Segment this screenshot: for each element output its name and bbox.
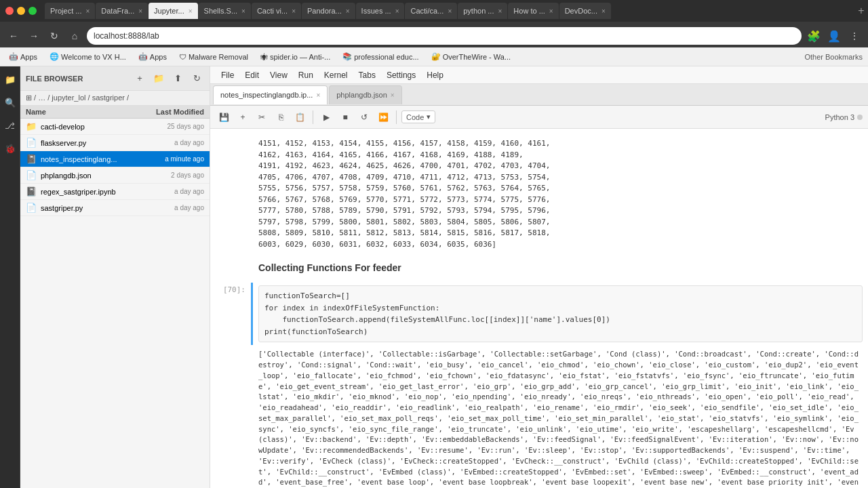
cell-70[interactable]: [70]: functionToSearch=[] for index in i… (210, 283, 868, 345)
cut-button[interactable]: ✂ (254, 109, 270, 125)
restart-kernel-button[interactable]: ↺ (356, 109, 372, 125)
profile-button[interactable]: 👤 (826, 28, 842, 44)
extensions-button[interactable]: 🧩 (806, 28, 822, 44)
file-item[interactable]: 📓notes_inspectinglang...a minute ago (20, 151, 210, 167)
bookmark-item[interactable]: 🤖Apps (135, 51, 170, 62)
menu-item-run[interactable]: Run (293, 68, 319, 82)
paste-button[interactable]: 📋 (292, 109, 308, 125)
bookmark-item[interactable]: 🌐Welcome to VX H... (46, 51, 130, 62)
new-file-button[interactable]: + (132, 71, 147, 86)
tab-close-icon[interactable]: × (346, 7, 350, 15)
menu-item-view[interactable]: View (264, 68, 293, 82)
file-panel: FILE BROWSER + 📁 ⬆ ↻ ⊞ / … / jupyter_lol… (20, 66, 210, 488)
address-bar[interactable]: localhost:8888/lab (87, 27, 802, 45)
cell-heading-gutter (210, 254, 251, 281)
menu-item-settings[interactable]: Settings (381, 68, 421, 82)
nb-tab-close-icon[interactable]: × (316, 92, 320, 99)
file-item[interactable]: 📁cacti-develop25 days ago (20, 119, 210, 135)
notebook-tab[interactable]: phplangdb.json× (329, 85, 401, 104)
run-all-button[interactable]: ⏩ (375, 109, 391, 125)
forward-button[interactable]: → (26, 28, 42, 44)
menu-item-file[interactable]: File (216, 68, 239, 82)
browser-tab-t6[interactable]: Pandora...× (302, 3, 355, 19)
debugger-icon[interactable]: 🐞 (3, 141, 18, 156)
cell-70-code[interactable]: functionToSearch=[] for index in indexOf… (258, 285, 863, 342)
cell-70-number: [70]: (223, 285, 245, 294)
settings-button[interactable]: ⋮ (846, 28, 863, 44)
file-item[interactable]: 📄sastgriper.pya day ago (20, 200, 210, 216)
nb-tab-close-icon[interactable]: × (391, 92, 395, 99)
bookmark-item[interactable]: 🤖Apps (5, 51, 41, 62)
tab-close-icon[interactable]: × (189, 7, 193, 15)
cell-output-content[interactable]: 4151, 4152, 4153, 4154, 4155, 4156, 4157… (251, 136, 868, 253)
browser-tab-t11[interactable]: DevDoc...× (559, 3, 611, 19)
bookmark-icon: 🛡 (179, 53, 186, 61)
file-icon: 📁 (26, 121, 37, 131)
file-list: 📁cacti-develop25 days ago📄flaskserver.py… (20, 119, 210, 488)
cell-70-content[interactable]: functionToSearch=[] for index in indexOf… (251, 283, 868, 345)
bookmark-item[interactable]: 🕷spider.io — Anti-... (257, 52, 334, 62)
tab-close-icon[interactable]: × (395, 7, 399, 15)
cell-70-output: ['Collectable (interface)', 'Collectable… (210, 346, 868, 488)
browser-tab-t9[interactable]: python ...× (458, 3, 507, 19)
browser-tab-t2[interactable]: DataFra...× (96, 3, 148, 19)
menu-bar: FileEditViewRunKernelTabsSettingsHelp (210, 66, 868, 84)
new-folder-button[interactable]: 📁 (151, 71, 166, 86)
file-item[interactable]: 📓regex_sastgriper.ipynba day ago (20, 184, 210, 200)
bookmark-item[interactable]: 🔐OverTheWire - Wa... (428, 51, 514, 62)
copy-button[interactable]: ⎘ (273, 109, 289, 125)
tab-close-icon[interactable]: × (549, 7, 553, 15)
file-icon: 📓 (26, 186, 37, 197)
icon-sidebar: 📁 🔍 ⎇ 🐞 🔧 (0, 66, 20, 488)
browser-tab-t3[interactable]: Jupyter...× (149, 3, 197, 19)
back-button[interactable]: ← (5, 28, 22, 44)
reload-button[interactable]: ↻ (46, 28, 62, 44)
browser-tab-t1[interactable]: Project ...× (45, 3, 95, 19)
file-browser-icon[interactable]: 📁 (3, 72, 18, 87)
bookmark-item[interactable]: 📚professional educ... (339, 51, 422, 62)
tab-close-icon[interactable]: × (292, 7, 296, 15)
file-item[interactable]: 📄phplangdb.json2 days ago (20, 167, 210, 184)
menu-item-tabs[interactable]: Tabs (353, 68, 381, 82)
close-button[interactable] (5, 7, 14, 15)
new-tab-button[interactable]: + (854, 4, 868, 18)
search-icon[interactable]: 🔍 (3, 95, 18, 110)
file-name: flaskserver.py (41, 139, 132, 147)
upload-button[interactable]: ⬆ (170, 71, 185, 86)
file-item[interactable]: 📄flaskserver.pya day ago (20, 135, 210, 151)
notebook-cells: 4151, 4152, 4153, 4154, 4155, 4156, 4157… (210, 129, 868, 488)
run-cell-button[interactable]: ▶ (318, 109, 334, 125)
add-cell-button[interactable]: + (235, 109, 251, 125)
git-icon[interactable]: ⎇ (3, 118, 18, 133)
cell-type-select[interactable]: Code ▾ (401, 110, 435, 123)
browser-tab-t8[interactable]: Cacti/ca...× (405, 3, 457, 19)
file-modified: a minute ago (136, 155, 204, 163)
bookmark-item[interactable]: 🛡Malware Removal (176, 52, 252, 62)
home-button[interactable]: ⌂ (66, 28, 83, 44)
menu-item-help[interactable]: Help (421, 68, 449, 82)
browser-tab-t10[interactable]: How to ...× (508, 3, 558, 19)
menu-item-kernel[interactable]: Kernel (319, 68, 353, 82)
tab-close-icon[interactable]: × (498, 7, 502, 15)
maximize-button[interactable] (28, 7, 37, 15)
tab-close-icon[interactable]: × (601, 7, 606, 15)
browser-tab-t5[interactable]: Cacti vi...× (252, 3, 301, 19)
browser-tab-t7[interactable]: Issues ...× (356, 3, 405, 19)
save-button[interactable]: 💾 (216, 109, 232, 125)
tab-close-icon[interactable]: × (448, 7, 452, 15)
breadcrumb: ⊞ / … / jupyter_lol / sastgriper / (20, 91, 210, 106)
tab-close-icon[interactable]: × (138, 7, 142, 15)
browser-tab-t4[interactable]: Shells.S...× (199, 3, 251, 19)
bookmark-label: Welcome to VX H... (61, 53, 126, 61)
minimize-button[interactable] (17, 7, 25, 15)
tab-close-icon[interactable]: × (85, 7, 90, 15)
stop-kernel-button[interactable]: ■ (337, 109, 353, 125)
numbers-output: 4151, 4152, 4153, 4154, 4155, 4156, 4157… (258, 138, 863, 250)
bookmark-icon: 🔐 (431, 52, 441, 61)
menu-item-edit[interactable]: Edit (239, 68, 264, 82)
notebook-tab[interactable]: notes_inspectinglangdb.ip...× (213, 85, 328, 104)
cell-heading-content: Collecting Functions For feeder (251, 254, 868, 281)
refresh-button[interactable]: ↻ (189, 71, 204, 86)
other-bookmarks[interactable]: Other Bookmarks (804, 53, 863, 61)
tab-close-icon[interactable]: × (241, 7, 245, 15)
